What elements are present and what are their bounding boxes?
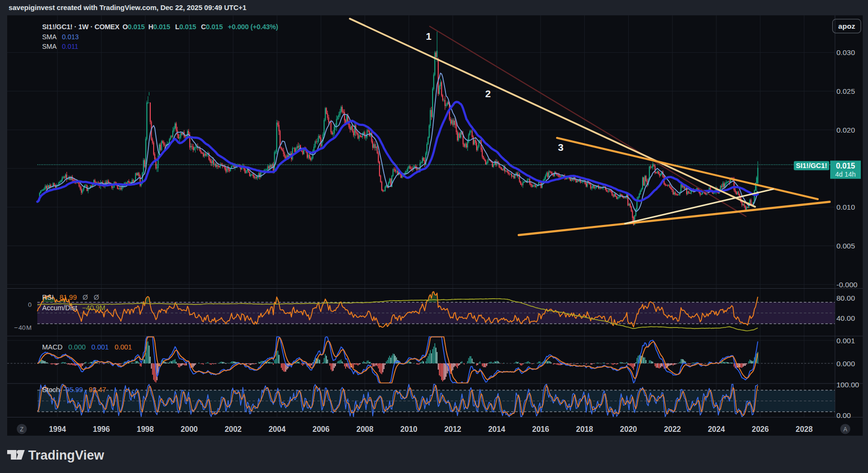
svg-text:savepiginvest created with Tra: savepiginvest created with TradingView.c…: [9, 4, 246, 11]
svg-text:0.001: 0.001: [836, 337, 855, 345]
svg-text:O0.015: O0.015: [122, 23, 145, 31]
svg-text:2016: 2016: [532, 425, 549, 433]
svg-text:2026: 2026: [752, 425, 769, 433]
svg-text:Accum/Dist −40.9M: Accum/Dist −40.9M: [42, 304, 105, 312]
svg-text:2: 2: [485, 88, 491, 99]
svg-text:2022: 2022: [664, 425, 681, 433]
svg-text:0.015: 0.015: [836, 162, 855, 170]
svg-text:2008: 2008: [356, 425, 374, 433]
svg-text:0.030: 0.030: [836, 48, 855, 56]
svg-text:1996: 1996: [93, 425, 110, 433]
svg-text:80.00: 80.00: [836, 294, 855, 302]
svg-text:3: 3: [558, 142, 564, 153]
svg-text:0.025: 0.025: [836, 87, 855, 95]
svg-text:1994: 1994: [49, 425, 66, 433]
svg-text:Z: Z: [20, 426, 23, 433]
svg-text:1: 1: [426, 31, 432, 42]
svg-text:MACD 0.000 0.001 0.001: MACD 0.000 0.001 0.001: [42, 343, 132, 351]
svg-text:0.000: 0.000: [836, 360, 855, 368]
svg-text:C0.015: C0.015: [201, 23, 223, 31]
svg-text:0.005: 0.005: [836, 242, 855, 250]
svg-text:+0.000 (+0.43%): +0.000 (+0.43%): [228, 23, 278, 31]
svg-text:0.00: 0.00: [836, 411, 851, 419]
svg-text:4d 14h: 4d 14h: [835, 170, 856, 178]
svg-text:2020: 2020: [620, 425, 637, 433]
svg-text:A: A: [843, 426, 847, 433]
svg-text:100.00: 100.00: [836, 381, 859, 389]
svg-text:− 40 M: − 40 M: [14, 324, 32, 331]
svg-text:2000: 2000: [181, 425, 198, 433]
svg-text:0.010: 0.010: [836, 203, 855, 211]
svg-text:40.00: 40.00: [836, 314, 855, 322]
svg-text:SI1!/GC1!: SI1!/GC1!: [796, 162, 827, 169]
svg-text:TradingView: TradingView: [28, 448, 105, 462]
svg-text:H0.015: H0.015: [148, 23, 170, 31]
svg-text:0: 0: [28, 301, 32, 308]
svg-text:-0.000: -0.000: [836, 281, 857, 289]
svg-text:2002: 2002: [224, 425, 242, 433]
svg-text:apoz: apoz: [838, 22, 856, 30]
svg-text:SI1!/GC1! · 1W · COMEX: SI1!/GC1! · 1W · COMEX: [42, 23, 120, 31]
svg-text:1998: 1998: [137, 425, 154, 433]
svg-text:2028: 2028: [796, 425, 813, 433]
svg-text:2018: 2018: [576, 425, 593, 433]
svg-text:0.020: 0.020: [836, 126, 855, 134]
svg-text:2006: 2006: [312, 425, 330, 433]
svg-text:2014: 2014: [488, 425, 505, 433]
svg-text:Stoch 95.99 92.47: Stoch 95.99 92.47: [42, 386, 106, 394]
svg-text:2004: 2004: [268, 425, 286, 433]
svg-text:2010: 2010: [401, 425, 418, 433]
svg-text:L0.015: L0.015: [175, 23, 196, 31]
svg-text:2024: 2024: [708, 425, 725, 433]
svg-text:2012: 2012: [444, 425, 461, 433]
